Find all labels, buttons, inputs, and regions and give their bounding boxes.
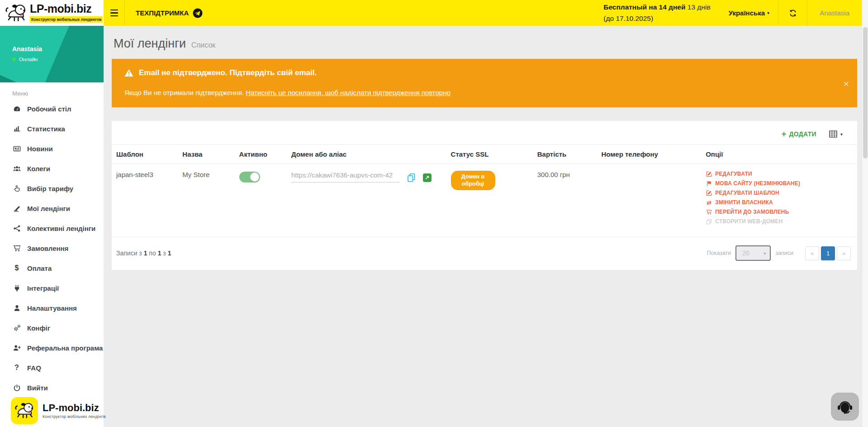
table-header-row: Шаблон Назва Активно Домен або аліас Ста… [112, 145, 857, 164]
support-label: ТЕХПІДТРИМКА [136, 9, 189, 17]
sidebar-footer-logo: LP-mobi.biz Конструктор мобільних лендін… [11, 397, 106, 424]
sidebar-item-payment[interactable]: $ Оплата [0, 258, 104, 278]
top-yellow-bar: ТЕХПІДТРИМКА Бесплатный на 14 дней 13 дн… [104, 0, 862, 26]
hand-pointer-icon [12, 185, 21, 192]
plus-icon: + [782, 130, 787, 138]
cell-price: 300.00 грн [534, 164, 598, 237]
option-edit-template[interactable]: РЕДАГУВАТИ ШАБЛОН [706, 190, 854, 196]
option-create-web-domain[interactable]: СТВОРИТИ WEB-ДОМЕН [706, 218, 854, 225]
sidebar-username: Anastasia [12, 45, 104, 53]
topbar-username[interactable]: Anastasia [807, 0, 862, 26]
sidebar-item-tariff[interactable]: Вибір тарифу [0, 178, 104, 198]
external-link-icon: ↗ [425, 174, 429, 181]
language-label: Українська [729, 9, 765, 17]
copy-icon[interactable] [407, 173, 416, 182]
sidebar-item-dashboard[interactable]: Робочий стіл [0, 99, 104, 119]
sidebar-item-colleagues[interactable]: Колеги [0, 158, 104, 178]
refresh-button[interactable] [779, 0, 807, 26]
card-toolbar: + ДОДАТИ ▾ [112, 121, 857, 144]
power-icon [12, 384, 21, 392]
sidebar-item-config[interactable]: Конфіг [0, 318, 104, 338]
page-subtitle: Список [191, 41, 215, 49]
option-edit[interactable]: РЕДАГУВАТИ [706, 171, 854, 177]
show-label: Показати [707, 250, 731, 256]
headset-icon [836, 398, 854, 416]
page-size-select[interactable]: 20 ▾ [735, 245, 771, 261]
edit-icon [706, 171, 712, 177]
sidebar-item-integrations[interactable]: Інтеграції [0, 278, 104, 298]
sidebar-item-faq[interactable]: ? FAQ [0, 358, 104, 378]
option-go-to-orders[interactable]: ПЕРЕЙТИ ДО ЗАМОВЛЕНЬ [706, 209, 854, 215]
sidebar-item-my-landings[interactable]: Мої лендінги [0, 198, 104, 218]
chevron-down-icon: ▾ [840, 132, 843, 137]
grid-icon [829, 130, 837, 138]
page-title: Мої лендінги [114, 37, 186, 51]
brand-logo[interactable]: LP-mobi.biz Конструктор мобильных лендин… [0, 0, 104, 26]
option-change-owner[interactable]: ⇄ ЗМІНИТИ ВЛАСНИКА [706, 199, 854, 206]
scrollbar-thumb[interactable] [863, 27, 868, 158]
option-site-language[interactable]: МОВА САЙТУ (НЕЗМІНЮВАНЕ) [706, 180, 854, 187]
online-status-label: Онлайн [19, 57, 38, 62]
cell-phone [598, 164, 702, 237]
page-header: Мої лендінги Список [104, 26, 862, 59]
col-domain: Домен або аліас [288, 145, 447, 164]
trial-plan: Бесплатный на 14 дней [603, 3, 685, 11]
brand-name: LP-mobi.biz [30, 3, 103, 14]
page-size-value: 20 [742, 249, 749, 257]
sidebar-item-settings[interactable]: Налаштування [0, 298, 104, 318]
warning-icon [124, 69, 133, 77]
resend-confirmation-link[interactable]: Натисніть це посилання, щоб надіслати пі… [246, 89, 450, 96]
support-link[interactable]: ТЕХПІДТРИМКА [136, 8, 203, 18]
chevron-down-icon: ▾ [767, 10, 769, 15]
col-price: Вартість [534, 145, 598, 164]
hamburger-icon[interactable] [104, 9, 124, 18]
email-warning-banner: Email не підтверджено. Підтвердіть свій … [112, 59, 857, 107]
dog-logo-icon [11, 397, 38, 424]
cell-template: japan-steel3 [112, 164, 179, 237]
footer-brand-tagline: Конструктор мобільних лендінгів [43, 414, 106, 419]
landings-card: + ДОДАТИ ▾ Шаблон [112, 121, 857, 270]
dog-logo-icon [5, 4, 27, 23]
records-info: Записи з 1 по 1 з 1 [116, 249, 171, 257]
language-flag-icon [706, 181, 712, 187]
add-landing-button[interactable]: + ДОДАТИ [782, 130, 816, 138]
active-toggle[interactable] [239, 172, 260, 182]
col-options: Опції [702, 145, 857, 164]
sidebar-item-logout[interactable]: Вийти [0, 378, 104, 398]
user-icon [12, 304, 21, 312]
telegram-icon [193, 8, 203, 18]
sidebar-item-statistics[interactable]: Статистика [0, 119, 104, 139]
trial-days-left: 13 днів [688, 3, 711, 11]
column-visibility-button[interactable]: ▾ [829, 130, 843, 138]
pagination: « 1 » [805, 246, 851, 260]
share-icon [12, 225, 21, 232]
sidebar-nav: Робочий стіл Статистика Новини Колеги Ви… [0, 99, 104, 398]
cell-ssl-status: Домен в обробці [447, 164, 534, 237]
col-template: Шаблон [112, 145, 179, 164]
language-dropdown[interactable]: Українська ▾ [720, 9, 779, 17]
file-signature-icon [12, 205, 21, 212]
domain-input[interactable] [291, 171, 400, 182]
close-icon[interactable]: × [844, 78, 849, 88]
ssl-status-badge: Домен в обробці [451, 171, 495, 190]
table-row: japan-steel3 My Store [112, 164, 857, 237]
scrollbar[interactable] [862, 0, 868, 427]
open-site-button[interactable]: ↗ [423, 173, 432, 182]
chevron-down-icon: ▾ [764, 251, 766, 256]
support-chat-button[interactable] [831, 393, 859, 421]
next-page-button[interactable]: » [837, 246, 851, 260]
sidebar-user-panel: Anastasia Онлайн [0, 26, 104, 82]
prev-page-button[interactable]: « [805, 246, 819, 260]
cell-name: My Store [179, 164, 235, 237]
sidebar-item-collective-landings[interactable]: Колективні лендінги [0, 218, 104, 238]
sidebar-item-orders[interactable]: Замовлення [0, 238, 104, 258]
plug-icon [12, 284, 21, 292]
footer-brand-name: LP-mobi.biz [43, 403, 106, 413]
col-active: Активно [236, 145, 288, 164]
sidebar-item-referral[interactable]: Реферальна програма [0, 338, 104, 358]
sidebar-item-news[interactable]: Новини [0, 139, 104, 158]
topbar: LP-mobi.biz Конструктор мобильных лендин… [0, 0, 862, 26]
page-1-button[interactable]: 1 [821, 246, 835, 260]
menu-section-label: Меню [12, 90, 104, 97]
users-icon [12, 165, 21, 173]
